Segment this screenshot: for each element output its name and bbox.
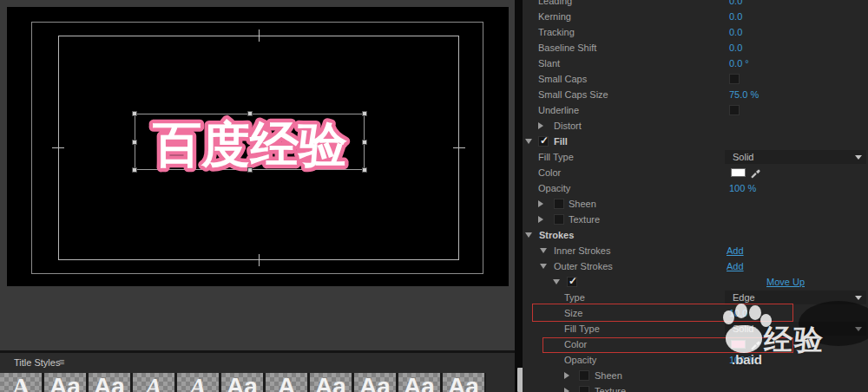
panel-menu-icon[interactable]: ≡: [59, 356, 64, 367]
collapse-triangle-icon[interactable]: [525, 139, 532, 144]
sheen-checkbox[interactable]: [554, 199, 564, 209]
style-thumbnail[interactable]: A: [177, 373, 219, 392]
add-outer-stroke-link[interactable]: Add: [727, 261, 744, 271]
prop-row-tracking: Tracking 0.0: [523, 24, 868, 40]
chevron-down-icon: [855, 296, 862, 300]
prop-row-sheen: Sheen: [523, 196, 868, 212]
style-thumbnail[interactable]: Aa: [310, 373, 352, 392]
prop-row-outer-strokes: Outer Strokes Add: [523, 258, 868, 274]
expand-triangle-icon[interactable]: [538, 216, 543, 223]
style-thumbnail[interactable]: Aa: [354, 373, 396, 392]
small-caps-checkbox[interactable]: [729, 74, 740, 84]
stroke-sheen-checkbox[interactable]: [579, 370, 589, 381]
fill-opacity-value[interactable]: 100 %: [729, 183, 756, 193]
styled-title-text: 百度经验: [130, 109, 371, 176]
highlight-box-color: [542, 337, 793, 353]
fill-type-dropdown[interactable]: Solid: [725, 150, 866, 164]
selection-handle-n[interactable]: [247, 111, 253, 116]
slant-value[interactable]: 0.0 °: [729, 58, 749, 69]
title-styles-label: Title Styles: [14, 357, 60, 368]
center-tick-top: [259, 29, 260, 42]
style-thumbnail[interactable]: A: [266, 373, 307, 392]
prop-row-stroke-texture: Texture: [523, 383, 868, 392]
expand-triangle-icon[interactable]: [564, 388, 569, 392]
add-inner-stroke-link[interactable]: Add: [727, 245, 744, 256]
prop-row-fill-opacity: Opacity 100 %: [523, 180, 868, 196]
title-styles-panel: Title Styles ≡ A Aa Aa A A Aa A Aa Aa Aa…: [0, 350, 515, 392]
selected-text-object[interactable]: 百度经验: [135, 114, 365, 170]
eyedropper-icon[interactable]: [750, 167, 761, 179]
texture-checkbox[interactable]: [554, 214, 564, 225]
selection-handle-s[interactable]: [247, 167, 253, 173]
style-thumbnail[interactable]: A: [0, 373, 42, 392]
stroke-texture-checkbox[interactable]: [579, 386, 589, 392]
underline-checkbox[interactable]: [729, 105, 740, 115]
prop-row-inner-strokes: Inner Strokes Add: [523, 243, 868, 258]
stroke-opacity-value[interactable]: 100 %: [729, 355, 756, 365]
expand-triangle-icon[interactable]: [538, 200, 543, 207]
collapse-triangle-icon[interactable]: [540, 248, 547, 253]
selection-handle-w[interactable]: [132, 140, 137, 145]
prop-row-fill: ✓ Fill: [523, 134, 868, 149]
prop-row-leading: Leading 0.0: [523, 0, 868, 9]
title-styles-strip: A Aa Aa A A Aa A Aa Aa Aa Aa: [0, 373, 486, 392]
title-canvas[interactable]: 百度经验: [7, 7, 509, 286]
style-thumbnail[interactable]: Aa: [398, 373, 440, 392]
center-tick-right: [453, 147, 465, 148]
style-thumbnail[interactable]: Aa: [221, 373, 263, 392]
prop-row-kerning: Kerning 0.0: [523, 9, 868, 24]
style-thumbnail[interactable]: Aa: [443, 373, 484, 392]
selection-handle-sw[interactable]: [132, 167, 137, 173]
stroke-fill-type-dropdown[interactable]: Solid: [725, 322, 866, 336]
fill-color-swatch[interactable]: [731, 168, 746, 177]
prop-row-stroke-enable: ✓ Move Up: [523, 274, 868, 290]
style-thumbnail[interactable]: Aa: [44, 373, 86, 392]
prop-row-baseline-shift: Baseline Shift 0.0: [523, 40, 868, 56]
leading-value[interactable]: 0.0: [729, 0, 742, 6]
title-preview-panel: 百度经验: [0, 0, 515, 350]
prop-row-slant: Slant 0.0 °: [523, 56, 868, 71]
center-tick-bottom: [259, 254, 260, 266]
prop-row-stroke-sheen: Sheen: [523, 368, 868, 383]
selection-handle-se[interactable]: [362, 167, 367, 173]
checkmark-icon: ✓: [540, 134, 549, 147]
selection-handle-nw[interactable]: [132, 111, 137, 116]
prop-row-texture: Texture: [523, 212, 868, 227]
title-styles-header: Title Styles ≡: [0, 353, 515, 371]
prop-row-distort: Distort: [523, 118, 868, 134]
panel-divider: [515, 0, 523, 392]
small-caps-size-value[interactable]: 75.0 %: [729, 89, 759, 100]
legacy-title-editor-window: 百度经验 Title Styles ≡ A Aa Aa A A Aa: [0, 0, 868, 392]
prop-row-fill-color: Color: [523, 165, 868, 180]
kerning-value[interactable]: 0.0: [729, 11, 742, 22]
fill-enable-checkbox[interactable]: ✓: [538, 136, 549, 147]
tracking-value[interactable]: 0.0: [729, 27, 742, 37]
prop-row-stroke-opacity: Opacity 100 %: [523, 352, 868, 368]
expand-triangle-icon[interactable]: [564, 372, 569, 379]
style-thumbnail[interactable]: Aa: [89, 373, 130, 392]
collapse-triangle-icon[interactable]: [553, 279, 560, 284]
prop-row-stroke-fill-type: Fill Type Solid: [523, 321, 868, 336]
checkmark-icon: ✓: [569, 275, 577, 287]
stroke-enable-checkbox[interactable]: ✓: [567, 277, 577, 287]
collapse-triangle-icon[interactable]: [525, 232, 532, 238]
move-up-link[interactable]: Move Up: [766, 277, 805, 287]
collapse-triangle-icon[interactable]: [540, 264, 547, 269]
prop-row-underline: Underline: [523, 102, 868, 118]
baseline-shift-value[interactable]: 0.0: [729, 42, 742, 53]
prop-row-small-caps: Small Caps: [523, 71, 868, 87]
style-thumbnail[interactable]: A: [133, 373, 174, 392]
selection-handle-e[interactable]: [362, 140, 367, 145]
svg-text:百度经验: 百度经验: [152, 117, 347, 172]
stroke-type-dropdown[interactable]: Edge: [725, 291, 866, 304]
title-properties-panel: Leading 0.0 Kerning 0.0 Tracking 0.0 Bas…: [523, 0, 868, 392]
prop-row-fill-type: Fill Type Solid: [523, 149, 868, 165]
selection-handle-ne[interactable]: [362, 111, 367, 116]
prop-row-small-caps-size: Small Caps Size 75.0 %: [523, 87, 868, 102]
highlight-box-size: [532, 304, 793, 322]
chevron-down-icon: [855, 155, 862, 160]
chevron-down-icon: [855, 327, 862, 331]
center-tick-left: [52, 147, 64, 148]
expand-triangle-icon[interactable]: [538, 122, 543, 129]
prop-row-strokes: Strokes: [523, 227, 868, 243]
